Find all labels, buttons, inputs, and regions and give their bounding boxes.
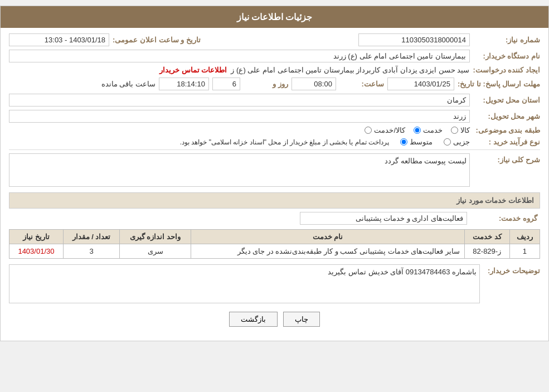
announce-date-value: 1403/01/18 - 13:03 (9, 33, 109, 46)
row-need-description: شرح کلی نیاز: لیست پیوست مطالعه گردد (9, 153, 540, 187)
city-label: شهر محل تحویل: (473, 112, 540, 120)
need-number-label: شماره نیاز: (473, 36, 540, 44)
th-code: کد خدمت (464, 230, 509, 244)
service-group-label: گروه خدمت: (470, 214, 537, 222)
purchase-jozi: جزیی (444, 138, 470, 146)
buyer-org-label: نام دستگاه خریدار: (473, 52, 540, 60)
category-radio-khadamat: خدمت (414, 126, 443, 134)
deadline-remain-label: ساعت باقی مانده (101, 80, 156, 88)
td-name: سایر فعالیت‌های خدمات پشتیبانی کسب و کار… (191, 244, 464, 259)
td-date: 1403/01/30 (9, 244, 64, 259)
need-number-value: 1103050318000014 (358, 33, 470, 46)
row-purchase-type: نوع فرآیند خرید : جزیی متوسط پرداخت تمام… (9, 138, 540, 146)
category-label: طبقه بندی موضوعی: (473, 126, 540, 134)
deadline-date: 1403/01/25 (387, 78, 454, 90)
row-category: طبقه بندی موضوعی: کالا خدمت کالا/خدمت (9, 126, 540, 134)
buyer-notes-label: توضیحات خریدار: (484, 264, 540, 275)
table-row: 1 ز-829-82 سایر فعالیت‌های خدمات پشتیبان… (9, 244, 540, 259)
row-buyer-org: نام دستگاه خریدار: بیمارستان تامین اجتما… (9, 50, 540, 62)
category-kala-radio[interactable] (451, 127, 458, 134)
services-table: ردیف کد خدمت نام خدمت واحد اندازه گیری ت… (9, 229, 540, 259)
deadline-day-label: روز و (244, 80, 288, 88)
category-radio-kala: کالا (451, 126, 470, 134)
purchase-motavaset: متوسط (400, 138, 433, 146)
print-button[interactable]: چاپ (283, 312, 320, 327)
th-unit: واحد اندازه گیری (120, 230, 191, 244)
buyer-org-value: بیمارستان تامین اجتماعی امام علی (ع) زرن… (9, 50, 470, 62)
row-deadline: مهلت ارسال پاسخ: تا تاریخ: 1403/01/25 سا… (9, 78, 540, 90)
td-unit: سری (120, 244, 191, 259)
city-value: زرند (9, 110, 470, 123)
service-group-value: فعالیت‌های اداری و خدمات پشتیبانی (300, 212, 467, 225)
category-khadamat-radio[interactable] (414, 127, 421, 134)
th-date: تاریخ نیاز (9, 230, 64, 244)
row-province: استان محل تحویل: کرمان (9, 94, 540, 107)
category-kala-label: کالا (460, 126, 470, 134)
td-row: 1 (509, 244, 540, 259)
creator-label: ایجاد کننده درخواست: (473, 66, 540, 74)
row-city: شهر محل تحویل: زرند (9, 110, 540, 123)
category-kala-khadamat-label: کالا/خدمت (374, 126, 405, 134)
services-section-header: اطلاعات خدمات مورد نیاز (9, 192, 540, 209)
row-creator: ایجاد کننده درخواست: سید حسن ایزدی یزدان… (9, 66, 540, 74)
deadline-time-label: ساعت: (339, 80, 384, 88)
td-code: ز-829-82 (464, 244, 509, 259)
purchase-description: پرداخت تمام یا بخشی از مبلغ خریدار از مح… (180, 138, 389, 146)
services-table-section: ردیف کد خدمت نام خدمت واحد اندازه گیری ت… (9, 229, 540, 259)
purchase-jozi-radio[interactable] (444, 138, 451, 146)
th-row: ردیف (509, 230, 540, 244)
row-need-number: شماره نیاز: 1103050318000014 تاریخ و ساع… (9, 33, 540, 46)
province-value: کرمان (9, 94, 470, 107)
row-service-group: گروه خدمت: فعالیت‌های اداری و خدمات پشتی… (9, 212, 540, 225)
deadline-day: 6 (212, 78, 240, 90)
purchase-jozi-label: جزیی (453, 138, 470, 146)
creator-value: سید حسن ایزدی یزدان آبادی کاربرداز بیمار… (9, 66, 469, 74)
category-kala-khadamat-radio[interactable] (365, 127, 372, 134)
page-wrapper: جزئیات اطلاعات نیاز شماره نیاز: 11030503… (0, 6, 549, 341)
purchase-type-label: نوع فرآیند خرید : (473, 138, 540, 146)
province-label: استان محل تحویل: (473, 96, 540, 104)
content-area: شماره نیاز: 1103050318000014 تاریخ و ساع… (1, 28, 548, 341)
purchase-motavaset-label: متوسط (410, 138, 433, 146)
table-header-row: ردیف کد خدمت نام خدمت واحد اندازه گیری ت… (9, 230, 540, 244)
divider1 (9, 149, 540, 150)
page-title: جزئیات اطلاعات نیاز (237, 12, 313, 22)
need-description-text: لیست پیوست مطالعه گردد (385, 157, 467, 165)
buyer-notes-section: توضیحات خریدار: باشماره 09134784463 آقای… (9, 264, 540, 303)
back-button[interactable]: بازگشت (229, 312, 278, 327)
deadline-time: 08:00 (291, 78, 336, 90)
purchase-motavaset-radio[interactable] (400, 138, 407, 146)
announce-date-label: تاریخ و ساعت اعلان عمومی: (113, 36, 201, 44)
deadline-remain: 18:14:10 (159, 78, 209, 90)
need-description-box[interactable]: لیست پیوست مطالعه گردد (9, 153, 470, 187)
need-description-label: شرح کلی نیاز: (473, 153, 540, 164)
buyer-notes-text: باشماره 09134784463 آقای خدیش تماس بگیری… (328, 268, 477, 276)
contact-link[interactable]: اطلاعات تماس خریدار (159, 66, 227, 74)
page-header: جزئیات اطلاعات نیاز (1, 6, 548, 28)
th-name: نام خدمت (191, 230, 464, 244)
td-quantity: 3 (63, 244, 119, 259)
deadline-label: مهلت ارسال پاسخ: تا تاریخ: (458, 80, 540, 88)
category-radio-kala-khadamat: کالا/خدمت (365, 126, 405, 134)
purchase-type-group: جزیی متوسط پرداخت تمام یا بخشی از مبلغ خ… (180, 138, 470, 146)
th-qty: تعداد / مقدار (63, 230, 119, 244)
category-khadamat-label: خدمت (423, 126, 443, 134)
buttons-row: چاپ بازگشت (9, 312, 540, 327)
category-radio-group: کالا خدمت کالا/خدمت (365, 126, 470, 134)
buyer-notes-box[interactable]: باشماره 09134784463 آقای خدیش تماس بگیری… (9, 264, 480, 303)
